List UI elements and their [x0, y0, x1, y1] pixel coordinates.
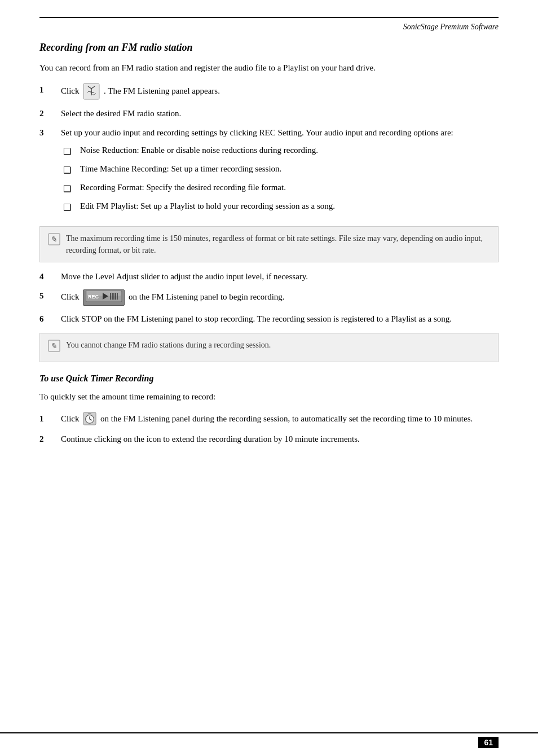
- sub-step-1: 1 Click on the FM Listening panel during…: [39, 412, 499, 427]
- step-3: 3 Set up your audio input and recording …: [39, 126, 499, 218]
- step-3-content: Set up your audio input and recording se…: [61, 126, 499, 218]
- timer-icon: [83, 412, 96, 425]
- sub-step-1-num: 1: [39, 412, 61, 427]
- step-5-content: Click REC on the FM Listening panel to b…: [61, 289, 499, 306]
- sub-item-3-text: Recording Format: Specify the desired re…: [80, 181, 286, 194]
- step-2-num: 2: [39, 107, 61, 120]
- note-pencil-icon-2: ✎: [48, 340, 61, 356]
- fm-antenna-icon: [83, 83, 100, 100]
- note-1-text: The maximum recording time is 150 minute…: [66, 232, 490, 256]
- top-border: [39, 17, 499, 18]
- sub-list: ❑ Noise Reduction: Enable or disable noi…: [63, 144, 499, 214]
- step-2: 2 Select the desired FM radio station.: [39, 107, 499, 120]
- step-1-content: Click . The FM Listening panel appears.: [61, 83, 499, 100]
- sub-step-2: 2 Continue clicking on the icon to exten…: [39, 433, 499, 446]
- checkbox-icon-1: ❑: [63, 145, 77, 159]
- note-pencil-icon-1: ✎: [48, 233, 61, 249]
- sub-item-4-text: Edit FM Playlist: Set up a Playlist to h…: [80, 200, 335, 213]
- sub-item-1-text: Noise Reduction: Enable or disable noise…: [80, 144, 318, 157]
- subsection-title: To use Quick Timer Recording: [39, 373, 499, 384]
- step-1-text-before: Click: [61, 86, 80, 95]
- step-3-num: 3: [39, 126, 61, 218]
- app-title: SonicStage Premium Software: [39, 23, 499, 32]
- sub-step-1-content: Click on the FM Listening panel during t…: [61, 412, 499, 427]
- step-1-num: 1: [39, 83, 61, 100]
- sub-step-1-text-after: on the FM Listening panel during the rec…: [100, 414, 473, 423]
- svg-text:✎: ✎: [50, 235, 57, 244]
- section-title: Recording from an FM radio station: [39, 42, 499, 54]
- step-2-content: Select the desired FM radio station.: [61, 107, 499, 120]
- step-5-text-before: Click: [61, 292, 80, 301]
- step-4-num: 4: [39, 270, 61, 283]
- step-5-text-after: on the FM Listening panel to begin recor…: [129, 292, 285, 301]
- step-6-num: 6: [39, 313, 61, 326]
- step-4: 4 Move the Level Adjust slider to adjust…: [39, 270, 499, 283]
- page: SonicStage Premium Software Recording fr…: [0, 0, 538, 756]
- checkbox-icon-2: ❑: [63, 164, 77, 177]
- checkbox-icon-3: ❑: [63, 182, 77, 196]
- sub-item-3: ❑ Recording Format: Specify the desired …: [63, 181, 499, 196]
- step-6-content: Click STOP on the FM Listening panel to …: [61, 313, 499, 326]
- note-box-1: ✎ The maximum recording time is 150 minu…: [39, 226, 499, 262]
- step-1-text-after: . The FM Listening panel appears.: [104, 86, 220, 95]
- svg-text:REC: REC: [88, 294, 99, 300]
- sub-item-4: ❑ Edit FM Playlist: Set up a Playlist to…: [63, 200, 499, 214]
- sub-item-2: ❑ Time Machine Recording: Set up a timer…: [63, 162, 499, 177]
- sub-item-1: ❑ Noise Reduction: Enable or disable noi…: [63, 144, 499, 159]
- step-3-text: Set up your audio input and recording se…: [61, 128, 453, 137]
- sub-step-2-num: 2: [39, 433, 61, 446]
- page-number: 61: [478, 737, 499, 748]
- bottom-border: [0, 732, 538, 733]
- step-6: 6 Click STOP on the FM Listening panel t…: [39, 313, 499, 326]
- checkbox-icon-4: ❑: [63, 201, 77, 214]
- step-4-content: Move the Level Adjust slider to adjust t…: [61, 270, 499, 283]
- step-5-num: 5: [39, 289, 61, 306]
- step-5: 5 Click REC on the FM Listening panel to…: [39, 289, 499, 306]
- note-box-2: ✎ You cannot change FM radio stations du…: [39, 333, 499, 362]
- step-1: 1 Click . The FM Listening panel appears…: [39, 83, 499, 100]
- intro-text: You can record from an FM radio station …: [39, 61, 499, 74]
- subsection-intro: To quickly set the amount time remaining…: [39, 390, 499, 403]
- sub-step-2-content: Continue clicking on the icon to extend …: [61, 433, 499, 446]
- note-2-text: You cannot change FM radio stations duri…: [66, 339, 271, 351]
- sub-item-2-text: Time Machine Recording: Set up a timer r…: [80, 162, 281, 175]
- sub-step-1-text-before: Click: [61, 414, 80, 423]
- rec-button-icon: REC: [83, 289, 125, 306]
- svg-text:✎: ✎: [50, 342, 57, 350]
